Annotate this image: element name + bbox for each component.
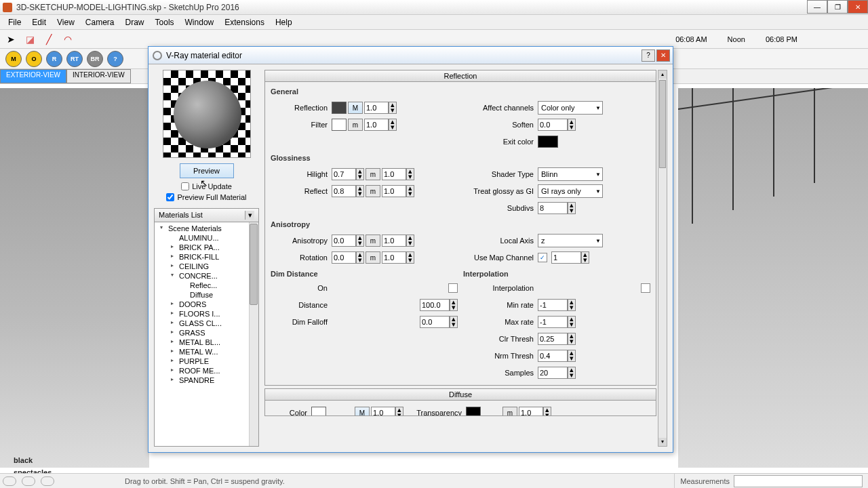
- transparency-swatch[interactable]: [466, 407, 481, 415]
- clr-thresh-value[interactable]: 0.25: [538, 333, 568, 345]
- spinner[interactable]: ▴▾: [395, 407, 403, 415]
- min-rate-value[interactable]: -1: [538, 299, 568, 311]
- preview-button[interactable]: Preview: [180, 163, 234, 178]
- line-tool-icon[interactable]: ╱: [41, 32, 57, 47]
- reflection-map-button[interactable]: M: [348, 102, 363, 114]
- menu-draw[interactable]: Draw: [120, 18, 150, 27]
- spinner[interactable]: ▴▾: [568, 119, 576, 131]
- close-button[interactable]: ✕: [848, 0, 868, 14]
- diffuse-header[interactable]: Diffuse: [265, 389, 656, 401]
- interp-checkbox[interactable]: [641, 283, 650, 293]
- diffuse-color-swatch[interactable]: [311, 407, 326, 415]
- soften-value[interactable]: 0.0: [538, 119, 568, 131]
- tab-interior[interactable]: INTERIOR-VIEW: [66, 69, 131, 83]
- treat-glossy-combo[interactable]: GI rays only▼: [538, 184, 603, 198]
- spinner[interactable]: ▴▾: [568, 202, 576, 214]
- exit-color-swatch[interactable]: [538, 136, 558, 148]
- spinner[interactable]: ▴▾: [581, 251, 589, 264]
- status-icon[interactable]: [3, 476, 16, 486]
- rotation-map-button[interactable]: m: [366, 251, 380, 264]
- live-update-checkbox[interactable]: [181, 182, 189, 190]
- spinner[interactable]: ▴▾: [568, 367, 576, 379]
- spinner[interactable]: ▴▾: [406, 251, 414, 264]
- menu-view[interactable]: View: [52, 18, 80, 27]
- vray-render-icon[interactable]: R: [46, 51, 62, 67]
- tree-scrollbar[interactable]: [250, 224, 258, 305]
- subdivs-value[interactable]: 8: [538, 202, 568, 214]
- reflect-value[interactable]: 0.8: [332, 185, 356, 197]
- vray-material-icon[interactable]: M: [5, 51, 22, 67]
- anisotropy-value2[interactable]: 1.0: [382, 235, 406, 247]
- arc-tool-icon[interactable]: ◠: [60, 32, 76, 47]
- vray-close-button[interactable]: ✕: [656, 49, 670, 62]
- shader-type-combo[interactable]: Blinn▼: [538, 167, 603, 181]
- menu-tools[interactable]: Tools: [150, 18, 180, 27]
- spinner[interactable]: ▴▾: [450, 299, 458, 311]
- materials-dropdown-icon[interactable]: ▾: [245, 211, 254, 220]
- panel-scrollbar[interactable]: ▴ ▾: [658, 70, 667, 447]
- use-map-checkbox[interactable]: ✓: [538, 253, 547, 262]
- transparency-map-button[interactable]: m: [502, 407, 517, 415]
- spinner[interactable]: ▴▾: [356, 168, 364, 180]
- spinner[interactable]: ▴▾: [568, 333, 576, 345]
- spinner[interactable]: ▴▾: [568, 316, 576, 328]
- spinner[interactable]: ▴▾: [356, 235, 364, 247]
- vray-options-icon[interactable]: O: [26, 51, 42, 67]
- max-rate-value[interactable]: -1: [538, 316, 568, 328]
- reflect-map-button[interactable]: m: [366, 185, 380, 197]
- diffuse-map-button[interactable]: M: [355, 407, 370, 415]
- rotation-value[interactable]: 0.0: [332, 251, 356, 264]
- hilight-map-button[interactable]: m: [366, 168, 380, 180]
- menu-extensions[interactable]: Extensions: [219, 18, 270, 27]
- spinner[interactable]: ▴▾: [568, 299, 576, 311]
- samples-value[interactable]: 20: [538, 367, 568, 379]
- select-tool-icon[interactable]: ➤: [3, 32, 19, 47]
- spinner[interactable]: ▴▾: [356, 185, 364, 197]
- viewport-left[interactable]: [0, 88, 149, 468]
- vray-help-icon[interactable]: ?: [107, 51, 123, 67]
- preview-full-checkbox[interactable]: [166, 193, 174, 201]
- hilight-value[interactable]: 0.7: [332, 168, 356, 180]
- eraser-tool-icon[interactable]: ◪: [22, 32, 38, 47]
- distance-value[interactable]: 100.0: [420, 299, 450, 311]
- vray-rt-icon[interactable]: RT: [66, 51, 83, 67]
- menu-help[interactable]: Help: [270, 18, 298, 27]
- spinner[interactable]: ▴▾: [568, 350, 576, 362]
- maximize-button[interactable]: ❐: [827, 0, 848, 14]
- spinner[interactable]: ▴▾: [389, 119, 397, 131]
- minimize-button[interactable]: —: [807, 0, 827, 14]
- spinner[interactable]: ▴▾: [389, 102, 397, 114]
- diffuse-color-value[interactable]: 1.0: [371, 407, 395, 415]
- hilight-value2[interactable]: 1.0: [382, 168, 406, 180]
- filter-color-swatch[interactable]: [332, 119, 347, 131]
- menu-window[interactable]: Window: [180, 18, 220, 27]
- vray-br-icon[interactable]: BR: [87, 51, 103, 67]
- vray-titlebar[interactable]: V-Ray material editor ? ✕: [149, 47, 673, 64]
- filter-map-button[interactable]: m: [348, 119, 363, 131]
- spinner[interactable]: ▴▾: [406, 235, 414, 247]
- reflection-header[interactable]: Reflection: [265, 70, 656, 82]
- rotation-value2[interactable]: 1.0: [382, 251, 406, 264]
- spinner[interactable]: ▴▾: [406, 168, 414, 180]
- reflection-value[interactable]: 1.0: [364, 102, 389, 114]
- tab-exterior[interactable]: EXTERIOR-VIEW: [0, 69, 66, 83]
- materials-tree[interactable]: ▾Scene Materials ALUMINU... ▸BRICK PA...…: [155, 222, 258, 446]
- reflect-value2[interactable]: 1.0: [382, 185, 406, 197]
- status-icon[interactable]: [41, 476, 54, 486]
- menu-file[interactable]: File: [3, 18, 26, 27]
- status-icon[interactable]: [22, 476, 35, 486]
- menu-camera[interactable]: Camera: [80, 18, 120, 27]
- anisotropy-value[interactable]: 0.0: [332, 235, 356, 247]
- anisotropy-map-button[interactable]: m: [366, 235, 380, 247]
- local-axis-combo[interactable]: z▼: [538, 234, 603, 247]
- spinner[interactable]: ▴▾: [356, 251, 364, 264]
- transparency-value[interactable]: 1.0: [519, 407, 543, 415]
- use-map-value[interactable]: 1: [551, 251, 581, 264]
- nrm-thresh-value[interactable]: 0.4: [538, 350, 568, 362]
- dim-falloff-value[interactable]: 0.0: [420, 316, 450, 328]
- viewport-right[interactable]: [678, 88, 868, 468]
- affect-channels-combo[interactable]: Color only▼: [538, 101, 603, 115]
- filter-value[interactable]: 1.0: [364, 119, 389, 131]
- measurements-input[interactable]: [734, 475, 863, 487]
- vray-help-button[interactable]: ?: [642, 49, 655, 62]
